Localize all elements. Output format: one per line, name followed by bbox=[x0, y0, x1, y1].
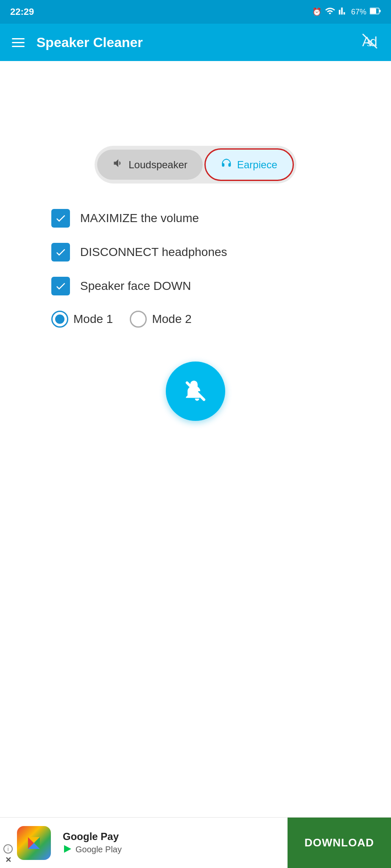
battery-level: 67% bbox=[351, 8, 366, 17]
status-bar: 22:29 ⏰ 67% bbox=[0, 0, 391, 24]
mode2-label: Mode 2 bbox=[152, 312, 191, 326]
svg-marker-8 bbox=[64, 845, 71, 853]
mode2-option[interactable]: Mode 2 bbox=[130, 311, 191, 328]
play-button[interactable] bbox=[166, 362, 225, 421]
mode1-label: Mode 1 bbox=[73, 312, 113, 326]
tab-earpiece-label: Earpiece bbox=[237, 159, 277, 171]
label-disconnect-headphones: DISCONNECT headphones bbox=[80, 245, 227, 259]
app-bar: Speaker Cleaner A d s bbox=[0, 24, 391, 61]
tab-loudspeaker[interactable]: Loudspeaker bbox=[97, 150, 203, 180]
menu-button[interactable] bbox=[12, 38, 25, 47]
app-title: Speaker Cleaner bbox=[36, 35, 360, 50]
alarm-icon: ⏰ bbox=[312, 7, 321, 17]
svg-rect-2 bbox=[380, 10, 381, 12]
wifi-icon bbox=[325, 6, 335, 18]
status-icons: ⏰ 67% bbox=[312, 6, 381, 18]
ad-close-area: i ✕ bbox=[3, 844, 13, 865]
option-speaker-face-down: Speaker face DOWN bbox=[51, 277, 340, 295]
ad-app-name: Google Pay bbox=[63, 831, 122, 843]
ads-off-icon[interactable]: A d s bbox=[360, 32, 379, 53]
mode1-radio[interactable] bbox=[51, 311, 68, 328]
checkbox-disconnect-headphones[interactable] bbox=[51, 243, 70, 262]
checkbox-maximize-volume[interactable] bbox=[51, 209, 70, 228]
play-store-icon bbox=[63, 844, 72, 855]
ad-info-section: Google Pay Google Play bbox=[51, 824, 288, 862]
mode2-radio[interactable] bbox=[130, 311, 147, 328]
svg-rect-1 bbox=[370, 8, 376, 14]
ad-close-button[interactable]: ✕ bbox=[5, 855, 11, 865]
download-button[interactable]: DOWNLOAD bbox=[288, 818, 391, 868]
ad-text-block: Google Pay Google Play bbox=[63, 831, 122, 855]
option-disconnect-headphones: DISCONNECT headphones bbox=[51, 243, 340, 262]
tab-switcher: Loudspeaker Earpiece bbox=[95, 146, 296, 184]
battery-icon bbox=[370, 8, 381, 17]
mode-row: Mode 1 Mode 2 bbox=[51, 311, 340, 328]
option-maximize-volume: MAXIMIZE the volume bbox=[51, 209, 340, 228]
main-content: Loudspeaker Earpiece MAXIMIZE the volume bbox=[0, 61, 391, 868]
mode1-radio-fill bbox=[55, 314, 64, 324]
tab-loudspeaker-label: Loudspeaker bbox=[128, 159, 187, 171]
loudspeaker-icon bbox=[112, 157, 124, 172]
ad-banner: i ✕ Google Pay Google Play D bbox=[0, 817, 391, 868]
status-time: 22:29 bbox=[10, 6, 34, 17]
label-maximize-volume: MAXIMIZE the volume bbox=[80, 211, 199, 225]
options-list: MAXIMIZE the volume DISCONNECT headphone… bbox=[51, 209, 340, 328]
mode1-option[interactable]: Mode 1 bbox=[51, 311, 113, 328]
ad-info-button[interactable]: i bbox=[3, 844, 13, 854]
ad-store-row: Google Play bbox=[63, 844, 122, 855]
ad-logo bbox=[17, 826, 51, 860]
checkbox-speaker-face-down[interactable] bbox=[51, 277, 70, 295]
ad-store-label: Google Play bbox=[75, 845, 122, 854]
tab-earpiece[interactable]: Earpiece bbox=[204, 148, 294, 181]
label-speaker-face-down: Speaker face DOWN bbox=[80, 279, 191, 293]
earpiece-icon bbox=[221, 157, 233, 172]
signal-icon bbox=[338, 6, 348, 18]
